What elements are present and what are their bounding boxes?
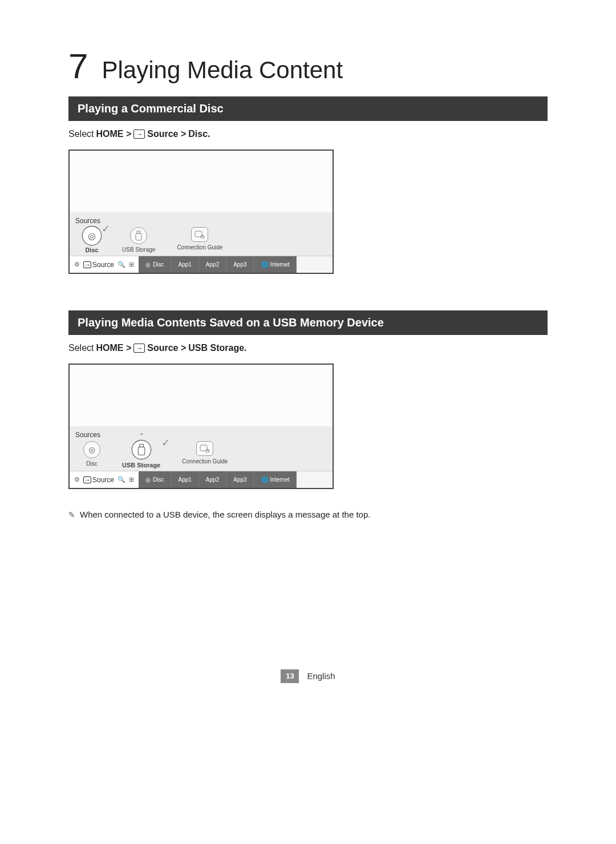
launcher-chips: ◎ Disc App1 App2 App3 🌐 Internet — [139, 256, 297, 273]
source-icons-row: ✓ ◎ Disc USB Storage Connection Guide — [75, 227, 327, 253]
section-heading-commercial-disc: Playing a Commercial Disc — [68, 96, 548, 121]
instr-home: HOME > — [96, 343, 131, 353]
apps-grid-icon[interactable]: ⊞ — [129, 476, 134, 483]
note-usb-message: ✎ When connected to a USB device, the sc… — [68, 510, 548, 521]
tv-display-area — [70, 151, 333, 212]
globe-icon: 🌐 — [261, 476, 268, 483]
source-icon — [83, 261, 91, 268]
note-text: When connected to a USB device, the scre… — [80, 510, 370, 521]
source-guide-label: Connection Guide — [177, 244, 222, 251]
sources-row: Sources ✓ ◎ Disc USB Storage — [70, 212, 333, 256]
source-guide-label: Connection Guide — [182, 458, 228, 465]
disc-icon: ◎ — [82, 226, 102, 246]
chip-internet[interactable]: 🌐 Internet — [254, 256, 297, 273]
launcher-source[interactable]: Source — [83, 476, 114, 484]
apps-grid-icon[interactable]: ⊞ — [129, 261, 134, 268]
svg-rect-1 — [136, 233, 141, 240]
source-disc-label: Disc — [86, 461, 97, 467]
chip-internet-label: Internet — [270, 476, 290, 483]
instr-home: HOME > — [96, 129, 131, 139]
tv-screenshot-usb: Sources ◎ Disc ⌃ ✓ USB Storage — [68, 364, 334, 489]
source-guide[interactable]: Connection Guide — [177, 227, 222, 251]
chip-disc[interactable]: ◎ Disc — [139, 256, 171, 273]
instruction-disc: Select HOME > Source > Disc. — [68, 129, 548, 139]
svg-rect-5 — [138, 447, 145, 455]
chip-internet[interactable]: 🌐 Internet — [254, 471, 297, 488]
gear-icon[interactable]: ⚙ — [74, 261, 80, 268]
instr-word-select: Select — [68, 129, 94, 139]
sources-label: Sources — [75, 217, 327, 225]
chip-disc[interactable]: ◎ Disc — [139, 471, 171, 488]
source-disc[interactable]: ◎ Disc — [83, 441, 100, 467]
check-icon: ✓ — [102, 224, 112, 234]
instruction-usb: Select HOME > Source > USB Storage. — [68, 343, 548, 353]
source-disc[interactable]: ✓ ◎ Disc — [83, 227, 100, 253]
instr-word-select: Select — [68, 343, 94, 353]
source-icon — [133, 130, 145, 139]
chip-app2[interactable]: App2 — [199, 256, 226, 273]
chip-app3[interactable]: App3 — [226, 471, 254, 488]
section-heading-usb: Playing Media Contents Saved on a USB Me… — [68, 310, 548, 335]
guide-icon — [196, 441, 213, 456]
chip-internet-label: Internet — [270, 261, 290, 268]
usb-icon — [130, 227, 147, 244]
search-icon[interactable]: 🔍 — [117, 476, 125, 483]
launcher-left: ⚙ Source 🔍 ⊞ — [70, 471, 139, 488]
source-guide[interactable]: Connection Guide — [182, 441, 228, 465]
globe-icon: 🌐 — [261, 261, 268, 268]
svg-rect-0 — [137, 231, 140, 233]
source-icons-row: ◎ Disc ⌃ ✓ USB Storage Connection Guide — [75, 441, 327, 469]
sources-row: Sources ◎ Disc ⌃ ✓ USB Storage — [70, 426, 333, 471]
source-usb-label: USB Storage — [122, 462, 160, 469]
source-icon — [133, 344, 145, 353]
page-language: English — [307, 671, 335, 681]
instr-target-usb: USB Storage. — [188, 343, 246, 353]
chip-app1[interactable]: App1 — [171, 471, 198, 488]
instr-target-disc: Disc. — [188, 129, 210, 139]
page-number: 13 — [281, 669, 299, 683]
tv-display-area — [70, 365, 333, 426]
source-disc-label: Disc — [85, 247, 98, 253]
chip-disc-label: Disc — [153, 261, 164, 268]
disc-icon: ◎ — [145, 261, 151, 268]
chip-app2[interactable]: App2 — [199, 471, 226, 488]
chevron-up-icon: ⌃ — [139, 432, 144, 440]
source-usb[interactable]: ⌃ ✓ USB Storage — [122, 441, 160, 469]
tv-screenshot-disc: Sources ✓ ◎ Disc USB Storage — [68, 150, 334, 274]
instr-source: Source > — [147, 343, 186, 353]
chip-app1[interactable]: App1 — [171, 256, 198, 273]
usb-icon — [131, 440, 151, 460]
launcher-source-word: Source — [92, 476, 114, 484]
chapter-heading: 7 Playing Media Content — [68, 46, 548, 86]
disc-icon: ◎ — [83, 441, 100, 458]
chip-disc-label: Disc — [153, 476, 164, 483]
launcher-spacer — [297, 256, 333, 273]
note-bullet-icon: ✎ — [68, 510, 75, 521]
page-footer: 13 English — [68, 669, 548, 683]
guide-icon — [191, 227, 208, 242]
source-usb-label: USB Storage — [122, 247, 155, 253]
launcher-source-word: Source — [92, 261, 114, 269]
disc-icon: ◎ — [145, 476, 151, 483]
source-icon — [83, 476, 91, 483]
chapter-title: Playing Media Content — [102, 56, 343, 84]
launcher-source[interactable]: Source — [83, 261, 114, 269]
check-icon: ✓ — [161, 438, 172, 448]
search-icon[interactable]: 🔍 — [117, 261, 125, 268]
sources-label: Sources — [75, 431, 327, 439]
svg-rect-4 — [139, 445, 143, 447]
gear-icon[interactable]: ⚙ — [74, 476, 80, 483]
launcher-bar: ⚙ Source 🔍 ⊞ ◎ Disc App1 App2 App3 🌐 I — [70, 256, 333, 273]
launcher-chips: ◎ Disc App1 App2 App3 🌐 Internet — [139, 471, 297, 488]
chip-app3[interactable]: App3 — [226, 256, 254, 273]
chapter-number: 7 — [68, 46, 88, 86]
source-usb[interactable]: USB Storage — [122, 227, 155, 253]
launcher-spacer — [297, 471, 333, 488]
launcher-bar: ⚙ Source 🔍 ⊞ ◎ Disc App1 App2 App3 🌐 I — [70, 471, 333, 488]
instr-source: Source > — [147, 129, 186, 139]
launcher-left: ⚙ Source 🔍 ⊞ — [70, 256, 139, 273]
